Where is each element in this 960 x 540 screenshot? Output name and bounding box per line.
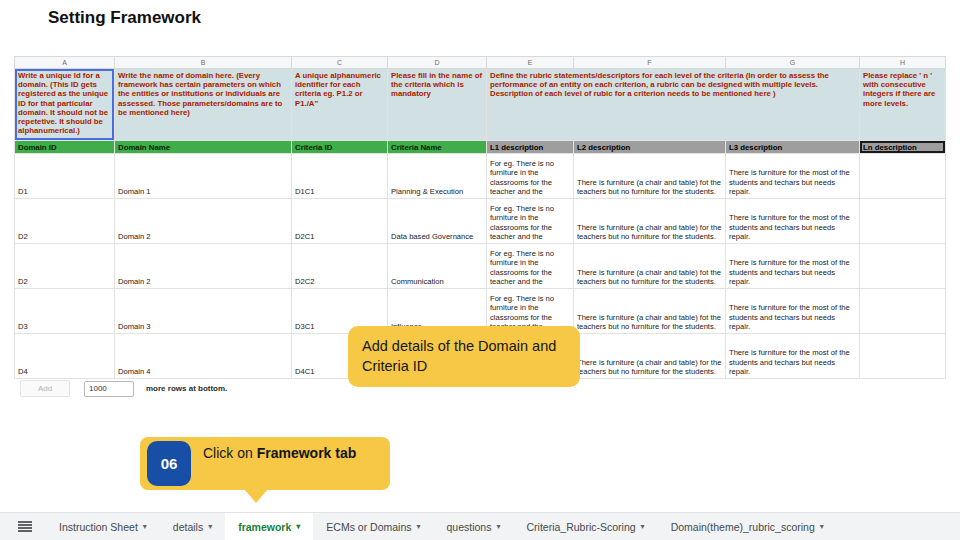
table-row: D2 Domain 2 D2C1 Data based Governance F… [15,199,946,244]
instruction-cell-domain-id[interactable]: Write a unique Id for a domain. (This ID… [15,69,115,141]
tab-details[interactable]: details ▾ [160,513,225,540]
header-ln-description[interactable]: Ln description [860,141,946,154]
cell-ln[interactable] [860,289,946,334]
cell-criteria-name[interactable]: Planning & Execution [388,154,487,199]
cell-ln[interactable] [860,199,946,244]
column-letter-f[interactable]: F [574,57,726,69]
add-rows-count-input[interactable] [84,381,134,397]
column-letter-d[interactable]: D [388,57,487,69]
tab-instruction-sheet[interactable]: Instruction Sheet ▾ [46,513,160,540]
header-criteria-id[interactable]: Criteria ID [292,141,388,154]
header-l2-description[interactable]: L2 description [574,141,726,154]
chevron-down-icon[interactable]: ▾ [641,522,645,531]
cell-l1[interactable]: For eg. There is no furniture in the cla… [487,199,574,244]
header-l3-description[interactable]: L3 description [726,141,860,154]
chevron-down-icon[interactable]: ▾ [820,522,824,531]
header-l1-description[interactable]: L1 description [487,141,574,154]
tab-label: Domain(theme)_rubric_scoring [671,521,815,533]
cell-criteria-id[interactable]: D2C1 [292,199,388,244]
cell-domain-name[interactable]: Domain 2 [115,244,292,289]
chevron-down-icon[interactable]: ▾ [417,522,421,531]
cell-l2[interactable]: There is furniture (a chair and table) f… [574,289,726,334]
chevron-down-icon[interactable]: ▾ [208,522,212,531]
domain-criteria-tooltip: Add details of the Domain and Criteria I… [348,326,580,387]
header-row: Domain ID Domain Name Criteria ID Criter… [15,141,946,154]
cell-l1[interactable]: For eg. There is no furniture in the cla… [487,154,574,199]
instruction-row: Write a unique Id for a domain. (This ID… [15,69,946,141]
callout-tail-icon [244,489,268,503]
cell-l1[interactable]: For eg. There is no furniture in the cla… [487,244,574,289]
cell-domain-name[interactable]: Domain 1 [115,154,292,199]
instruction-cell-rubric-levels[interactable]: Define the rubric statements/descriptors… [487,69,860,141]
header-criteria-name[interactable]: Criteria Name [388,141,487,154]
tab-label: questions [447,521,492,533]
tab-criteria-rubric-scoring[interactable]: Criteria_Rubric-Scoring ▾ [513,513,657,540]
instruction-cell-domain-name[interactable]: Write the name of domain here. (Every fr… [115,69,292,141]
step-callout-text: Click on Framework tab [203,444,381,463]
cell-ln[interactable] [860,244,946,289]
cell-ln[interactable] [860,334,946,379]
cell-domain-name[interactable]: Domain 2 [115,199,292,244]
cell-domain-id[interactable]: D2 [15,199,115,244]
cell-l3[interactable]: There is furniture for the most of the s… [726,289,860,334]
cell-domain-id[interactable]: D2 [15,244,115,289]
tab-label: Criteria_Rubric-Scoring [526,521,635,533]
cell-criteria-name[interactable]: Communication [388,244,487,289]
table-row: D2 Domain 2 D2C2 Communication For eg. T… [15,244,946,289]
cell-l3[interactable]: There is furniture for the most of the s… [726,154,860,199]
header-domain-name[interactable]: Domain Name [115,141,292,154]
tab-label: Instruction Sheet [59,521,138,533]
add-rows-suffix-label: more rows at bottom. [146,384,227,393]
tab-label: details [173,521,203,533]
column-letter-c[interactable]: C [292,57,388,69]
cell-domain-name[interactable]: Domain 4 [115,334,292,379]
header-domain-id[interactable]: Domain ID [15,141,115,154]
cell-criteria-name[interactable]: Data based Governance [388,199,487,244]
step-text-bold: Framework tab [257,445,357,461]
tab-ecms-or-domains[interactable]: ECMs or Domains ▾ [313,513,433,540]
cell-criteria-id[interactable]: D2C2 [292,244,388,289]
chevron-down-icon[interactable]: ▾ [143,522,147,531]
cell-domain-id[interactable]: D1 [15,154,115,199]
cell-domain-name[interactable]: Domain 3 [115,289,292,334]
cell-domain-id[interactable]: D3 [15,289,115,334]
page-title: Setting Framework [48,8,201,28]
tab-questions[interactable]: questions ▾ [434,513,514,540]
add-rows-strip: Add more rows at bottom. [20,380,227,397]
cell-domain-id[interactable]: D4 [15,334,115,379]
cell-l3[interactable]: There is furniture for the most of the s… [726,334,860,379]
add-rows-button[interactable]: Add [20,380,70,397]
instruction-cell-criteria-name[interactable]: Please fill in the name of the criteria … [388,69,487,141]
tab-label: ECMs or Domains [326,521,411,533]
sheet-tab-bar: Instruction Sheet ▾ details ▾ framework … [0,512,960,540]
cell-l2[interactable]: There is furniture (a chair and table) f… [574,244,726,289]
tab-framework[interactable]: framework ▾ [225,513,313,540]
menu-icon[interactable] [18,521,32,532]
cell-l2[interactable]: There is furniture (a chair and table) f… [574,199,726,244]
cell-l2[interactable]: There is furniture (a chair and table) f… [574,154,726,199]
column-letter-row: A B C D E F G H [15,57,946,69]
cell-l3[interactable]: There is furniture for the most of the s… [726,199,860,244]
column-letter-e[interactable]: E [487,57,574,69]
table-row: D1 Domain 1 D1C1 Planning & Execution Fo… [15,154,946,199]
step-callout: 06 Click on Framework tab [140,437,390,490]
step-text-prefix: Click on [203,445,257,461]
tab-label: framework [238,521,291,533]
chevron-down-icon[interactable]: ▾ [296,522,300,531]
column-letter-g[interactable]: G [726,57,860,69]
cell-l3[interactable]: There is furniture for the most of the s… [726,244,860,289]
chevron-down-icon[interactable]: ▾ [496,522,500,531]
cell-ln[interactable] [860,154,946,199]
cell-l2[interactable]: There is furniture (a chair and table) f… [574,334,726,379]
instruction-cell-ln[interactable]: Please replace ' n ' with consecutive in… [860,69,946,141]
tab-domain-theme-rubric-scoring[interactable]: Domain(theme)_rubric_scoring ▾ [658,513,837,540]
column-letter-a[interactable]: A [15,57,115,69]
column-letter-b[interactable]: B [115,57,292,69]
column-letter-h[interactable]: H [860,57,946,69]
step-number-badge: 06 [147,441,191,486]
cell-criteria-id[interactable]: D1C1 [292,154,388,199]
instruction-cell-criteria-id[interactable]: A unique alphanumeric identifier for eac… [292,69,388,141]
